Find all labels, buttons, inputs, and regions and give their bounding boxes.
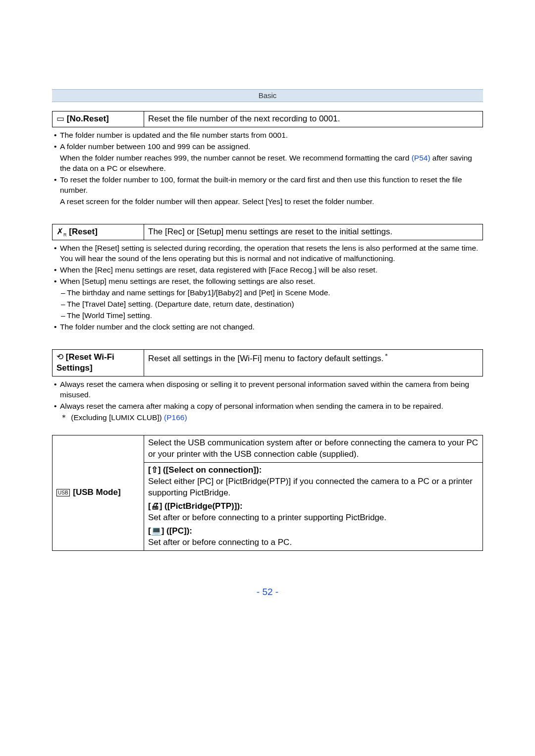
note-text: Reset all settings in the [Wi-Fi] menu t… bbox=[148, 353, 383, 363]
reset-wifi-label-cell: ⟲ [Reset Wi-Fi Settings] bbox=[53, 349, 144, 377]
page-link-p166[interactable]: (P166) bbox=[164, 413, 187, 422]
note-text: Always reset the camera after making a c… bbox=[60, 402, 443, 410]
note-text: When [Setup] menu settings are reset, th… bbox=[60, 277, 315, 285]
note-sub-text: The [World Time] setting. bbox=[67, 311, 152, 320]
reset-label: [Reset] bbox=[69, 227, 98, 236]
reset-wifi-notes: •Always reset the camera when disposing … bbox=[52, 379, 483, 423]
page-number: - 52 - bbox=[52, 586, 483, 598]
reset-notes: •When the [Reset] setting is selected du… bbox=[52, 243, 483, 332]
note-text: The folder number is updated and the fil… bbox=[60, 131, 288, 139]
opt-pc-label: [💻] ([PC]): bbox=[148, 526, 192, 536]
page-link-p54[interactable]: (P54) bbox=[412, 154, 430, 162]
note-sub-text: The [Travel Date] setting. (Departure da… bbox=[67, 300, 294, 308]
note-text: A reset screen for the folder number wil… bbox=[60, 197, 374, 206]
note-text: The folder number and the clock setting … bbox=[60, 323, 255, 331]
usb-mode-label-cell: USB [USB Mode] bbox=[53, 435, 144, 550]
manual-page: Basic ▭ [No.Reset] Reset the file number… bbox=[0, 0, 535, 628]
opt-body: Set after or before connecting to a prin… bbox=[148, 513, 386, 522]
counter-icon: ▭ bbox=[56, 114, 64, 123]
footnote-symbol: ＊ bbox=[60, 413, 69, 423]
note-sub-text: The birthday and name settings for [Baby… bbox=[67, 288, 330, 297]
reset-label-cell: ✗R [Reset] bbox=[53, 224, 144, 240]
no-reset-desc: Reset the file number of the next record… bbox=[144, 111, 483, 127]
usb-mode-label: [USB Mode] bbox=[73, 487, 120, 497]
no-reset-notes: •The folder number is updated and the fi… bbox=[52, 130, 483, 207]
note-text: When the folder number reaches 999, the … bbox=[60, 154, 412, 162]
opt-body: Set after or before connecting to a PC. bbox=[148, 538, 292, 547]
opt-select-connection-label: [⇧] ([Select on connection]): bbox=[148, 465, 262, 475]
note-text: When the [Reset] setting is selected dur… bbox=[60, 244, 478, 263]
reset-wifi-table: ⟲ [Reset Wi-Fi Settings] Reset all setti… bbox=[52, 349, 483, 377]
reset-desc: The [Rec] or [Setup] menu settings are r… bbox=[144, 224, 483, 240]
usb-mode-table: USB [USB Mode] Select the USB communicat… bbox=[52, 435, 483, 550]
footnote-mark: ＊ bbox=[383, 352, 389, 359]
note-text: (Excluding [LUMIX CLUB]) bbox=[71, 413, 164, 422]
no-reset-table: ▭ [No.Reset] Reset the file number of th… bbox=[52, 111, 483, 127]
opt-pictbridge-label: [🖨] ([PictBridge(PTP)]): bbox=[148, 501, 243, 511]
note-text: When the [Rec] menu settings are reset, … bbox=[60, 266, 377, 274]
reset-wifi-desc: Reset all settings in the [Wi-Fi] menu t… bbox=[144, 349, 483, 377]
reset-wifi-label: [Reset Wi-Fi Settings] bbox=[56, 352, 114, 373]
usb-icon: USB bbox=[56, 489, 70, 496]
reset-table: ✗R [Reset] The [Rec] or [Setup] menu set… bbox=[52, 224, 483, 241]
no-reset-label-cell: ▭ [No.Reset] bbox=[53, 111, 144, 127]
usb-mode-options: [⇧] ([Select on connection]): Select eit… bbox=[144, 462, 483, 550]
note-text: To reset the folder number to 100, forma… bbox=[60, 175, 462, 194]
opt-body: Select either [PC] or [PictBridge(PTP)] … bbox=[148, 477, 473, 497]
reset-icon: ✗R bbox=[56, 227, 67, 236]
note-text: Always reset the camera when disposing o… bbox=[60, 380, 469, 399]
usb-mode-desc: Select the USB communication system afte… bbox=[144, 435, 483, 463]
wifi-reset-icon: ⟲ bbox=[56, 352, 63, 362]
section-header: Basic bbox=[52, 89, 483, 102]
note-text: A folder number between 100 and 999 can … bbox=[60, 142, 250, 151]
no-reset-label: [No.Reset] bbox=[67, 114, 109, 123]
